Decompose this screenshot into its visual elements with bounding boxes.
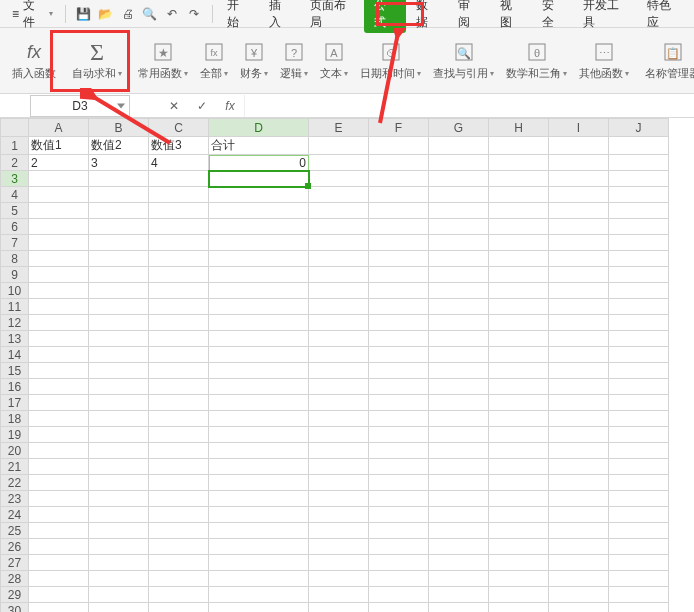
- cell-C2[interactable]: 4: [149, 155, 209, 171]
- cell-B14[interactable]: [89, 347, 149, 363]
- cell-G19[interactable]: [429, 427, 489, 443]
- cell-A25[interactable]: [29, 523, 89, 539]
- menu-tab-5[interactable]: 审阅: [448, 0, 490, 27]
- cell-E24[interactable]: [309, 507, 369, 523]
- cell-B10[interactable]: [89, 283, 149, 299]
- cell-D6[interactable]: [209, 219, 309, 235]
- ribbon-insert-function[interactable]: fx插入函数: [6, 32, 62, 89]
- cell-C15[interactable]: [149, 363, 209, 379]
- cell-H15[interactable]: [489, 363, 549, 379]
- cell-G14[interactable]: [429, 347, 489, 363]
- cell-A24[interactable]: [29, 507, 89, 523]
- cell-A22[interactable]: [29, 475, 89, 491]
- cell-B12[interactable]: [89, 315, 149, 331]
- cell-F27[interactable]: [369, 555, 429, 571]
- cell-J13[interactable]: [609, 331, 669, 347]
- cell-C3[interactable]: [149, 171, 209, 187]
- cell-E10[interactable]: [309, 283, 369, 299]
- cell-J21[interactable]: [609, 459, 669, 475]
- cell-D3[interactable]: [209, 171, 309, 187]
- undo-icon[interactable]: ↶: [164, 6, 180, 22]
- cell-E11[interactable]: [309, 299, 369, 315]
- cell-J12[interactable]: [609, 315, 669, 331]
- cell-A29[interactable]: [29, 587, 89, 603]
- cell-J7[interactable]: [609, 235, 669, 251]
- cell-F17[interactable]: [369, 395, 429, 411]
- cell-G6[interactable]: [429, 219, 489, 235]
- cell-I13[interactable]: [549, 331, 609, 347]
- row-header-16[interactable]: 16: [1, 379, 29, 395]
- cell-D4[interactable]: [209, 187, 309, 203]
- cell-E6[interactable]: [309, 219, 369, 235]
- cell-I3[interactable]: [549, 171, 609, 187]
- cell-D2[interactable]: 0: [209, 155, 309, 171]
- cell-A17[interactable]: [29, 395, 89, 411]
- cell-D5[interactable]: [209, 203, 309, 219]
- cell-A14[interactable]: [29, 347, 89, 363]
- cell-E19[interactable]: [309, 427, 369, 443]
- cell-I17[interactable]: [549, 395, 609, 411]
- row-header-21[interactable]: 21: [1, 459, 29, 475]
- cell-G16[interactable]: [429, 379, 489, 395]
- cell-F13[interactable]: [369, 331, 429, 347]
- cell-J29[interactable]: [609, 587, 669, 603]
- cell-A26[interactable]: [29, 539, 89, 555]
- ribbon-other[interactable]: ⋯其他函数▾: [573, 32, 635, 89]
- cell-E1[interactable]: [309, 137, 369, 155]
- cell-G7[interactable]: [429, 235, 489, 251]
- cell-D1[interactable]: 合计: [209, 137, 309, 155]
- select-all-corner[interactable]: [1, 119, 29, 137]
- cell-F21[interactable]: [369, 459, 429, 475]
- cell-F11[interactable]: [369, 299, 429, 315]
- ribbon-datetime[interactable]: ⏲日期和时间▾: [354, 32, 427, 89]
- cell-A21[interactable]: [29, 459, 89, 475]
- ribbon-logical[interactable]: ?逻辑▾: [274, 32, 314, 89]
- cell-C25[interactable]: [149, 523, 209, 539]
- ribbon-financial[interactable]: ¥财务▾: [234, 32, 274, 89]
- cell-G29[interactable]: [429, 587, 489, 603]
- row-header-28[interactable]: 28: [1, 571, 29, 587]
- cell-A8[interactable]: [29, 251, 89, 267]
- cell-B13[interactable]: [89, 331, 149, 347]
- cell-J2[interactable]: [609, 155, 669, 171]
- cell-D17[interactable]: [209, 395, 309, 411]
- col-header-E[interactable]: E: [309, 119, 369, 137]
- redo-icon[interactable]: ↷: [186, 6, 202, 22]
- cell-D22[interactable]: [209, 475, 309, 491]
- ribbon-all[interactable]: fx全部▾: [194, 32, 234, 89]
- cell-E7[interactable]: [309, 235, 369, 251]
- cell-C13[interactable]: [149, 331, 209, 347]
- cell-C14[interactable]: [149, 347, 209, 363]
- cell-A12[interactable]: [29, 315, 89, 331]
- cell-C28[interactable]: [149, 571, 209, 587]
- ribbon-text[interactable]: A文本▾: [314, 32, 354, 89]
- row-header-2[interactable]: 2: [1, 155, 29, 171]
- cell-E9[interactable]: [309, 267, 369, 283]
- cell-H8[interactable]: [489, 251, 549, 267]
- cell-H20[interactable]: [489, 443, 549, 459]
- cell-D15[interactable]: [209, 363, 309, 379]
- row-header-8[interactable]: 8: [1, 251, 29, 267]
- cell-J9[interactable]: [609, 267, 669, 283]
- cell-G2[interactable]: [429, 155, 489, 171]
- cell-I8[interactable]: [549, 251, 609, 267]
- cancel-icon[interactable]: ✕: [164, 96, 184, 116]
- cell-H14[interactable]: [489, 347, 549, 363]
- cell-B26[interactable]: [89, 539, 149, 555]
- row-header-20[interactable]: 20: [1, 443, 29, 459]
- ribbon-math[interactable]: θ数学和三角▾: [500, 32, 573, 89]
- cell-B1[interactable]: 数值2: [89, 137, 149, 155]
- cell-D7[interactable]: [209, 235, 309, 251]
- cell-F23[interactable]: [369, 491, 429, 507]
- cell-I16[interactable]: [549, 379, 609, 395]
- save-icon[interactable]: 💾: [76, 6, 92, 22]
- row-header-29[interactable]: 29: [1, 587, 29, 603]
- cell-E15[interactable]: [309, 363, 369, 379]
- row-header-23[interactable]: 23: [1, 491, 29, 507]
- cell-J28[interactable]: [609, 571, 669, 587]
- cell-D29[interactable]: [209, 587, 309, 603]
- cell-F5[interactable]: [369, 203, 429, 219]
- cell-B7[interactable]: [89, 235, 149, 251]
- cell-H10[interactable]: [489, 283, 549, 299]
- menu-tab-0[interactable]: 开始: [217, 0, 259, 27]
